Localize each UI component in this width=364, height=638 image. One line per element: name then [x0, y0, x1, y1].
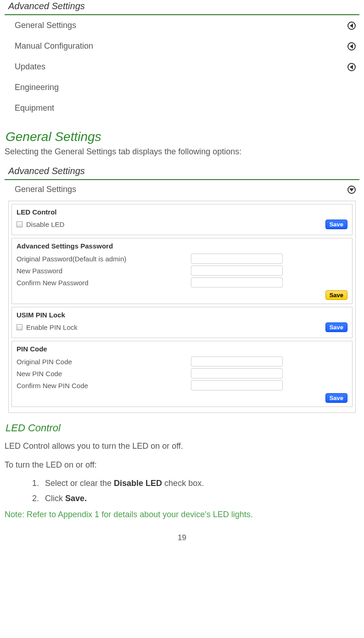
- menu-item-label: Equipment: [15, 103, 54, 113]
- step-1: Select or clear the Disable LED check bo…: [41, 479, 359, 488]
- collapse-left-icon: [347, 42, 356, 51]
- config-body: LED Control Disable LED Save Advanced Se…: [8, 201, 356, 413]
- general-settings-panel-screenshot: Advanced Settings General Settings LED C…: [5, 165, 359, 413]
- save-button[interactable]: Save: [325, 290, 347, 300]
- pin-lock-box: USIM PIN Lock Enable PIN Lock Save: [11, 307, 353, 338]
- step-2: Click Save.: [41, 494, 359, 503]
- collapse-left-icon: [347, 22, 356, 30]
- original-password-label: Original Password(Default is admin): [17, 255, 191, 263]
- led-control-instructions-intro: To turn the LED on or off:: [5, 459, 359, 471]
- menu-item-engineering[interactable]: Engineering: [5, 77, 359, 98]
- menu-item-label: General Settings: [15, 21, 76, 30]
- original-password-input[interactable]: [191, 254, 283, 264]
- menu-item-label: Engineering: [15, 83, 59, 92]
- menu-item-equipment[interactable]: Equipment: [5, 98, 359, 119]
- confirm-pin-label: Confirm New PIN Code: [17, 382, 191, 390]
- new-pin-input[interactable]: [191, 368, 283, 378]
- sub-header-label: General Settings: [15, 185, 76, 194]
- subsection-heading-led-control: LED Control: [5, 422, 359, 434]
- led-control-description: LED Control allows you to turn the LED o…: [5, 440, 359, 452]
- menu-item-updates[interactable]: Updates: [5, 56, 359, 77]
- original-pin-label: Original PIN Code: [17, 358, 191, 366]
- menu-item-label: Updates: [15, 62, 45, 72]
- save-button[interactable]: Save: [325, 322, 347, 332]
- enable-pin-lock-checkbox[interactable]: [17, 324, 22, 330]
- pin-code-box: PIN Code Original PIN Code New PIN Code …: [11, 341, 353, 407]
- box-title: USIM PIN Lock: [17, 311, 347, 319]
- password-box: Advanced Settings Password Original Pass…: [11, 238, 353, 304]
- checkbox-label: Enable PIN Lock: [26, 323, 78, 331]
- checkbox-label: Disable LED: [26, 220, 64, 228]
- new-password-input[interactable]: [191, 265, 283, 276]
- new-pin-label: New PIN Code: [17, 370, 191, 378]
- led-control-box: LED Control Disable LED Save: [11, 204, 353, 235]
- confirm-password-input[interactable]: [191, 277, 283, 288]
- box-title: PIN Code: [17, 345, 347, 353]
- note-text: Note: Refer to Appendix 1 for details ab…: [5, 510, 359, 519]
- confirm-password-label: Confirm New Password: [17, 279, 191, 287]
- advanced-settings-menu-screenshot: Advanced Settings General Settings Manua…: [5, 0, 359, 119]
- page-number: 19: [5, 533, 359, 542]
- menu-item-general-settings[interactable]: General Settings: [5, 15, 359, 36]
- expand-down-icon: [347, 186, 356, 194]
- new-password-label: New Password: [17, 267, 191, 275]
- original-pin-input[interactable]: [191, 356, 283, 367]
- panel-title: Advanced Settings: [5, 0, 359, 15]
- steps-list: Select or clear the Disable LED check bo…: [41, 479, 359, 503]
- disable-led-checkbox[interactable]: [17, 221, 22, 227]
- section-heading-general-settings: General Settings: [5, 130, 359, 144]
- menu-item-manual-configuration[interactable]: Manual Configuration: [5, 36, 359, 56]
- menu-item-label: Manual Configuration: [15, 41, 93, 51]
- save-button[interactable]: Save: [325, 220, 347, 229]
- collapse-left-icon: [347, 63, 356, 71]
- save-button[interactable]: Save: [325, 393, 347, 403]
- confirm-pin-input[interactable]: [191, 380, 283, 390]
- sub-header-general-settings[interactable]: General Settings: [5, 180, 359, 199]
- section-intro-text: Selecting the General Settings tab displ…: [5, 146, 359, 158]
- box-title: Advanced Settings Password: [17, 242, 347, 250]
- box-title: LED Control: [17, 208, 347, 216]
- panel-title: Advanced Settings: [5, 165, 359, 180]
